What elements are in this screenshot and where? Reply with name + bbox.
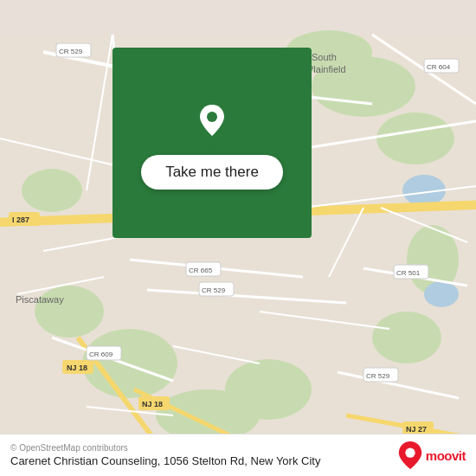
moovit-pin-icon bbox=[398, 441, 422, 469]
svg-text:CR 501: CR 501 bbox=[396, 269, 421, 277]
svg-point-70 bbox=[207, 112, 217, 122]
svg-text:CR 665: CR 665 bbox=[189, 267, 213, 274]
svg-point-12 bbox=[424, 281, 459, 307]
svg-point-2 bbox=[376, 113, 454, 164]
svg-point-9 bbox=[22, 169, 82, 212]
bottom-bar: © OpenStreetMap contributors Carenet Chr… bbox=[0, 434, 476, 476]
svg-point-7 bbox=[372, 312, 441, 363]
svg-text:CR 529: CR 529 bbox=[59, 48, 83, 55]
take-me-there-button[interactable]: Take me there bbox=[141, 155, 283, 190]
moovit-label: moovit bbox=[426, 448, 466, 463]
map-container: 287 NJ 18 NJ 18 I 287 CR 529 CR 529 CR 5… bbox=[0, 0, 476, 476]
svg-point-71 bbox=[405, 448, 415, 458]
svg-text:CR 529: CR 529 bbox=[366, 372, 390, 380]
cta-overlay: Take me there bbox=[113, 48, 312, 238]
svg-text:NJ 27: NJ 27 bbox=[406, 425, 427, 434]
svg-text:South: South bbox=[312, 52, 337, 62]
svg-text:CR 604: CR 604 bbox=[427, 63, 451, 71]
address-text: Carenet Christian Counseling, 1056 Stelt… bbox=[10, 454, 320, 467]
svg-text:CR 529: CR 529 bbox=[202, 286, 226, 294]
moovit-logo: moovit bbox=[398, 441, 466, 469]
copyright-text: © OpenStreetMap contributors bbox=[10, 443, 320, 453]
svg-text:Plainfield: Plainfield bbox=[307, 64, 346, 74]
svg-text:I 287: I 287 bbox=[12, 215, 29, 224]
svg-text:NJ 18: NJ 18 bbox=[142, 400, 163, 408]
svg-text:NJ 18: NJ 18 bbox=[67, 363, 87, 372]
svg-point-5 bbox=[35, 286, 104, 338]
svg-text:Piscataway: Piscataway bbox=[16, 294, 64, 305]
svg-text:CR 609: CR 609 bbox=[89, 351, 113, 358]
address-section: © OpenStreetMap contributors Carenet Chr… bbox=[10, 443, 320, 467]
location-pin-icon bbox=[188, 96, 236, 145]
